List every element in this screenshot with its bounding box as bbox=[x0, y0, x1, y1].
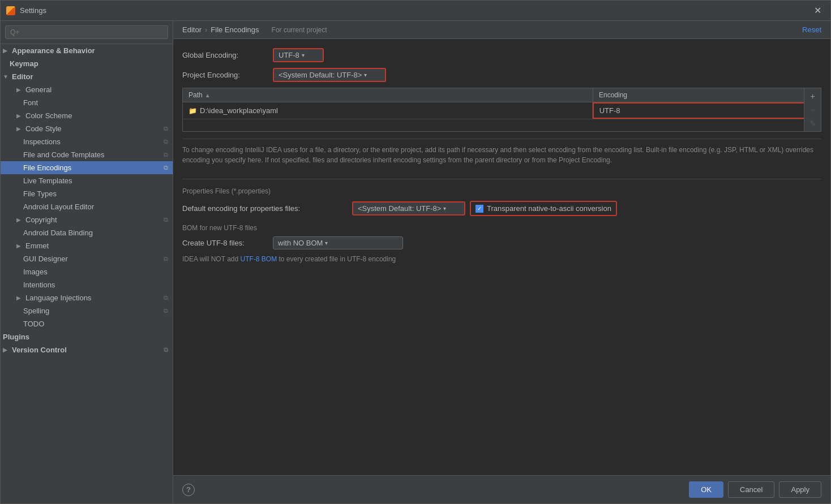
bottom-left: ? bbox=[182, 484, 195, 496]
sidebar-item-label: Color Scheme bbox=[25, 111, 72, 120]
chevron-down-icon: ▾ bbox=[443, 205, 446, 212]
col-path-label: Path bbox=[189, 91, 203, 99]
copy-icon: ⧉ bbox=[164, 164, 168, 171]
search-input[interactable] bbox=[5, 25, 168, 39]
copy-icon: ⧉ bbox=[164, 307, 168, 315]
default-encoding-value: <System Default: UTF-8> bbox=[358, 204, 441, 213]
transparent-checkbox[interactable]: ✓ bbox=[476, 205, 483, 213]
default-encoding-select[interactable]: <System Default: UTF-8> ▾ bbox=[352, 201, 465, 216]
sidebar-item-label: Code Style bbox=[25, 124, 62, 133]
sidebar-item-appearance-behavior[interactable]: ▶ Appearance & Behavior bbox=[1, 44, 173, 57]
add-row-button[interactable]: + bbox=[807, 90, 819, 102]
table-cell-path: 📁 D:\idea_workplace\yaml bbox=[183, 102, 593, 119]
ok-button[interactable]: OK bbox=[689, 481, 723, 498]
sidebar-item-editor[interactable]: ▼ Editor bbox=[1, 70, 173, 83]
copy-icon: ⧉ bbox=[164, 255, 168, 262]
global-encoding-value: UTF-8 bbox=[279, 51, 299, 59]
sidebar-item-file-encodings[interactable]: File Encodings ⧉ bbox=[1, 161, 173, 174]
sidebar-item-copyright[interactable]: ▶ Copyright ⧉ bbox=[1, 213, 173, 226]
copy-icon: ⧉ bbox=[164, 125, 168, 132]
main-content: ▶ Appearance & Behavior Keymap ▼ Editor … bbox=[1, 21, 830, 503]
bom-section-title: BOM for new UTF-8 files bbox=[182, 224, 821, 232]
sidebar-item-label: Editor bbox=[12, 72, 33, 81]
close-button[interactable]: ✕ bbox=[811, 4, 825, 17]
sidebar-item-label: Live Templates bbox=[23, 176, 72, 185]
sidebar-item-android-layout-editor[interactable]: Android Layout Editor bbox=[1, 200, 173, 213]
project-encoding-select[interactable]: <System Default: UTF-8> ▾ bbox=[273, 68, 386, 82]
chevron-right-icon: ▶ bbox=[16, 113, 23, 119]
sidebar-item-live-templates[interactable]: Live Templates bbox=[1, 174, 173, 187]
chevron-right-icon: ▶ bbox=[16, 87, 23, 93]
hint-text: To change encoding IntelliJ IDEA uses fo… bbox=[182, 139, 821, 171]
create-utf8-select[interactable]: with NO BOM ▾ bbox=[273, 236, 403, 249]
bottom-bar: ? OK Cancel Apply bbox=[173, 475, 830, 503]
chevron-right-icon: ▶ bbox=[16, 243, 23, 249]
transparent-conversion-checkbox-group: ✓ Transparent native-to-ascii conversion bbox=[470, 201, 617, 216]
create-utf8-label: Create UTF-8 files: bbox=[182, 239, 273, 247]
sidebar-item-file-code-templates[interactable]: File and Code Templates ⧉ bbox=[1, 148, 173, 161]
sidebar-item-inspections[interactable]: Inspections ⧉ bbox=[1, 135, 173, 148]
bottom-right: OK Cancel Apply bbox=[689, 481, 821, 498]
copy-icon: ⧉ bbox=[164, 346, 168, 354]
bom-note: IDEA will NOT add UTF-8 BOM to every cre… bbox=[182, 255, 821, 263]
sidebar-item-images[interactable]: Images bbox=[1, 265, 173, 278]
sidebar-item-version-control[interactable]: ▶ Version Control ⧉ bbox=[1, 343, 173, 356]
sidebar-item-label: TODO bbox=[23, 320, 44, 328]
chevron-down-icon: ▾ bbox=[364, 72, 367, 78]
global-encoding-row: Global Encoding: UTF-8 ▾ bbox=[182, 48, 821, 62]
sidebar-item-font[interactable]: Font bbox=[1, 96, 173, 109]
panel-body: Global Encoding: UTF-8 ▾ Project Encodin… bbox=[173, 39, 830, 475]
help-button[interactable]: ? bbox=[182, 484, 195, 496]
sidebar-item-label: File and Code Templates bbox=[23, 150, 105, 159]
copy-icon: ⧉ bbox=[164, 138, 168, 145]
section-divider bbox=[182, 179, 821, 179]
reset-button[interactable]: Reset bbox=[802, 25, 821, 34]
sidebar-item-label: Inspections bbox=[23, 137, 61, 146]
sidebar-item-android-data-binding[interactable]: Android Data Binding bbox=[1, 226, 173, 239]
apply-button[interactable]: Apply bbox=[779, 481, 821, 498]
sidebar-item-file-types[interactable]: File Types bbox=[1, 187, 173, 200]
global-encoding-select[interactable]: UTF-8 ▾ bbox=[273, 48, 324, 62]
table-row[interactable]: 📁 D:\idea_workplace\yaml UTF-8 bbox=[183, 102, 804, 119]
table-header: Path ▲ Encoding bbox=[183, 88, 804, 102]
sidebar: ▶ Appearance & Behavior Keymap ▼ Editor … bbox=[1, 21, 173, 503]
remove-row-button[interactable]: − bbox=[807, 104, 819, 116]
chevron-down-icon: ▾ bbox=[325, 240, 328, 246]
sidebar-item-color-scheme[interactable]: ▶ Color Scheme bbox=[1, 109, 173, 122]
sidebar-item-intentions[interactable]: Intentions bbox=[1, 278, 173, 291]
sidebar-item-todo[interactable]: TODO bbox=[1, 317, 173, 330]
col-path: Path ▲ bbox=[183, 88, 593, 102]
sidebar-item-gui-designer[interactable]: GUI Designer ⧉ bbox=[1, 252, 173, 265]
sidebar-item-keymap[interactable]: Keymap bbox=[1, 57, 173, 70]
sort-arrow-icon: ▲ bbox=[205, 92, 211, 98]
checkbox-row: <System Default: UTF-8> ▾ ✓ Transparent … bbox=[352, 201, 617, 216]
properties-section-title: Properties Files (*.properties) bbox=[182, 187, 821, 195]
chevron-right-icon: ▶ bbox=[16, 126, 23, 132]
sidebar-item-plugins[interactable]: Plugins bbox=[1, 330, 173, 343]
sidebar-item-label: Copyright bbox=[25, 216, 57, 224]
folder-icon: 📁 bbox=[189, 107, 197, 115]
sidebar-item-label: General bbox=[25, 85, 52, 94]
sidebar-item-label: Android Layout Editor bbox=[23, 203, 94, 211]
title-bar-left: Settings bbox=[6, 6, 46, 15]
sidebar-item-code-style[interactable]: ▶ Code Style ⧉ bbox=[1, 122, 173, 135]
sidebar-item-general[interactable]: ▶ General bbox=[1, 83, 173, 96]
default-encoding-label: Default encoding for properties files: bbox=[182, 204, 352, 213]
utf8-bom-link[interactable]: UTF-8 BOM bbox=[240, 255, 277, 263]
col-encoding: Encoding bbox=[593, 88, 804, 102]
sidebar-item-language-injections[interactable]: ▶ Language Injections ⧉ bbox=[1, 291, 173, 304]
bom-note-suffix: to every created file in UTF-8 encoding bbox=[277, 255, 396, 263]
project-encoding-value: <System Default: UTF-8> bbox=[279, 71, 362, 79]
encoding-value: UTF-8 bbox=[599, 106, 620, 115]
edit-row-button[interactable]: ✎ bbox=[807, 117, 819, 130]
sidebar-item-emmet[interactable]: ▶ Emmet bbox=[1, 239, 173, 252]
sidebar-item-label: Keymap bbox=[10, 59, 38, 68]
path-value: D:\idea_workplace\yaml bbox=[200, 106, 278, 115]
cancel-button[interactable]: Cancel bbox=[728, 481, 774, 498]
breadcrumb-current: File Encodings bbox=[211, 25, 259, 34]
sidebar-item-spelling[interactable]: Spelling ⧉ bbox=[1, 304, 173, 317]
create-utf8-row: Create UTF-8 files: with NO BOM ▾ bbox=[182, 236, 821, 249]
chevron-right-icon: ▶ bbox=[3, 48, 10, 54]
breadcrumb-parent: Editor bbox=[182, 25, 202, 34]
table-actions: + − ✎ bbox=[804, 88, 821, 131]
